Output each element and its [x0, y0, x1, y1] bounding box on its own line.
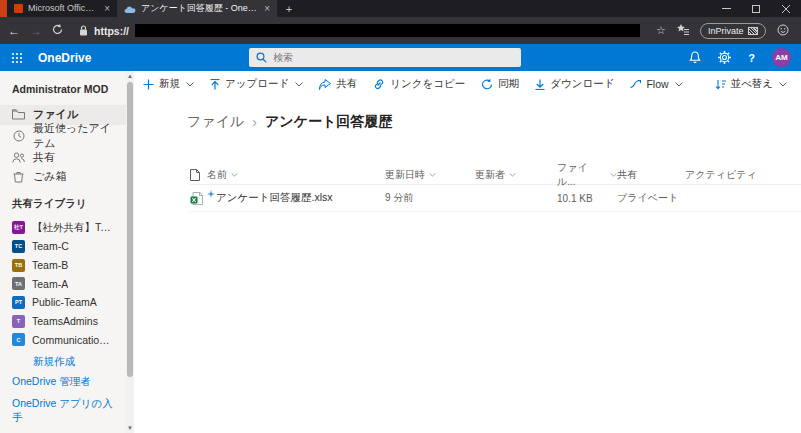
- column-header-modified[interactable]: 更新日時: [385, 168, 475, 182]
- avatar[interactable]: AM: [772, 48, 791, 67]
- inprivate-badge: InPrivate: [700, 23, 767, 39]
- column-header-sharing[interactable]: 共有: [617, 168, 685, 182]
- column-header-activity[interactable]: アクティビティ: [685, 168, 801, 182]
- breadcrumb: ファイル › アンケート回答履歴: [187, 113, 801, 131]
- people-icon: [12, 152, 25, 163]
- library-initials-icon: T: [12, 315, 25, 328]
- library-initials-icon: PT: [12, 296, 25, 309]
- file-table: 名前 更新日時 更新者 ファイル...: [190, 161, 801, 212]
- inprivate-label: InPrivate: [708, 26, 744, 36]
- column-header-file-size[interactable]: ファイル...: [557, 161, 617, 189]
- sidebar-library-item[interactable]: T TeamsAdmins: [0, 312, 126, 331]
- scrollbar-thumb[interactable]: [127, 82, 133, 377]
- notifications-bell-icon[interactable]: [689, 51, 701, 64]
- inprivate-icon: [748, 27, 758, 35]
- library-initials-icon: 社T: [12, 221, 25, 234]
- copy-link-button-label: リンクをコピー: [390, 77, 465, 91]
- command-bar: 新規 アップロード 共有 リンクをコピー 同: [134, 71, 801, 97]
- library-label: Team-B: [32, 259, 68, 271]
- redacted-url: [135, 24, 640, 37]
- plus-icon: [143, 79, 154, 90]
- back-icon[interactable]: ←: [8, 24, 20, 38]
- column-header-name[interactable]: 名前: [207, 168, 385, 182]
- upload-button[interactable]: アップロード: [210, 77, 303, 91]
- flow-icon: [630, 79, 641, 89]
- refresh-icon[interactable]: [52, 24, 63, 38]
- sidebar-item-label: ごみ箱: [33, 169, 67, 184]
- sidebar-item-recent[interactable]: 最近使ったアイテム: [0, 125, 126, 148]
- library-label: Public-TeamA: [32, 296, 97, 308]
- tab-onedrive[interactable]: アンケート回答履歴 - OneDrive ×: [117, 0, 277, 17]
- sort-button-label: 並べ替え: [731, 77, 774, 91]
- upload-button-label: アップロード: [225, 77, 289, 91]
- sidebar-library-item[interactable]: C CommunicationSite1: [0, 330, 126, 349]
- tab-close-icon[interactable]: ×: [264, 3, 270, 14]
- excel-file-icon: [190, 192, 207, 205]
- sidebar-library-item[interactable]: TC Team-C: [0, 237, 126, 256]
- forward-icon[interactable]: →: [30, 24, 42, 38]
- tab-office-home[interactable]: Microsoft Office ホーム ×: [7, 0, 117, 17]
- sidebar-library-item[interactable]: 社T 【社外共有】Team-A ...: [0, 219, 126, 238]
- file-row[interactable]: アンケート回答履歴.xlsx 9 分前 10.1 KB プライベート: [190, 185, 801, 212]
- library-label: Team-A: [32, 278, 68, 290]
- url-field[interactable]: https://: [73, 20, 646, 41]
- sidebar-item-shared[interactable]: 共有: [0, 148, 126, 168]
- file-type-column-icon: [190, 169, 207, 181]
- download-icon: [535, 79, 545, 90]
- close-window-button[interactable]: [771, 0, 801, 17]
- sidebar-library-item[interactable]: TA Team-A: [0, 274, 126, 293]
- new-item-sparkle-icon: [207, 188, 215, 200]
- breadcrumb-root[interactable]: ファイル: [187, 113, 244, 131]
- search-input[interactable]: [273, 52, 514, 63]
- file-modified-cell: 9 分前: [385, 191, 475, 205]
- sync-button[interactable]: 同期: [481, 77, 519, 91]
- file-name[interactable]: アンケート回答履歴.xlsx: [216, 191, 332, 205]
- library-initials-icon: TA: [12, 277, 25, 290]
- sidebar: Administrator MOD ファイル 最近使ったアイテム 共有: [0, 71, 126, 433]
- scroll-up-icon[interactable]: ▲: [127, 71, 133, 81]
- onedrive-admin-link[interactable]: OneDrive 管理者: [0, 371, 126, 393]
- tab-close-icon[interactable]: ×: [104, 3, 110, 14]
- new-button[interactable]: 新規: [143, 77, 194, 91]
- scroll-down-icon[interactable]: ▼: [127, 423, 133, 433]
- feedback-smiley-icon[interactable]: [777, 24, 789, 38]
- sync-button-label: 同期: [498, 77, 519, 91]
- table-header-row: 名前 更新日時 更新者 ファイル...: [190, 161, 801, 185]
- flow-button[interactable]: Flow: [630, 78, 682, 90]
- favorites-bar-icon[interactable]: [677, 24, 689, 37]
- get-onedrive-apps-link[interactable]: OneDrive アプリの入手: [0, 393, 126, 429]
- column-label: 共有: [617, 168, 637, 182]
- sidebar-item-recycle-bin[interactable]: ごみ箱: [0, 167, 126, 187]
- sort-button[interactable]: 並べ替え: [715, 77, 788, 91]
- minimize-button[interactable]: [711, 0, 741, 17]
- window-edge-accent: [0, 0, 7, 17]
- favorite-star-icon[interactable]: ☆: [656, 24, 666, 37]
- column-label: アクティビティ: [685, 168, 757, 182]
- new-tab-button[interactable]: +: [277, 0, 301, 17]
- settings-gear-icon[interactable]: [718, 51, 731, 64]
- chevron-down-icon: [231, 173, 238, 177]
- create-library-link[interactable]: 新規作成: [0, 349, 126, 371]
- sidebar-library-item[interactable]: PT Public-TeamA: [0, 293, 126, 312]
- app-launcher-icon[interactable]: [0, 52, 34, 64]
- file-sharing-cell: プライベート: [617, 191, 685, 205]
- maximize-button[interactable]: [741, 0, 771, 17]
- help-icon[interactable]: ?: [748, 52, 755, 64]
- column-header-modified-by[interactable]: 更新者: [475, 168, 557, 182]
- file-name-cell[interactable]: アンケート回答履歴.xlsx: [207, 191, 385, 205]
- app-title[interactable]: OneDrive: [38, 51, 91, 65]
- sidebar-scrollbar[interactable]: ▲ ▼: [126, 71, 134, 433]
- column-label: 更新日時: [385, 168, 425, 182]
- download-button-label: ダウンロード: [550, 77, 614, 91]
- copy-link-button[interactable]: リンクをコピー: [373, 77, 465, 91]
- sidebar-library-item[interactable]: TB Team-B: [0, 256, 126, 275]
- share-button[interactable]: 共有: [319, 77, 357, 91]
- column-label: ファイル...: [557, 161, 606, 189]
- share-icon: [319, 79, 331, 90]
- folder-icon: [12, 109, 25, 120]
- chevron-down-icon: [610, 173, 617, 177]
- search-box[interactable]: [249, 48, 521, 67]
- download-button[interactable]: ダウンロード: [535, 77, 614, 91]
- column-label: 更新者: [475, 168, 505, 182]
- library-label: TeamsAdmins: [32, 315, 98, 327]
